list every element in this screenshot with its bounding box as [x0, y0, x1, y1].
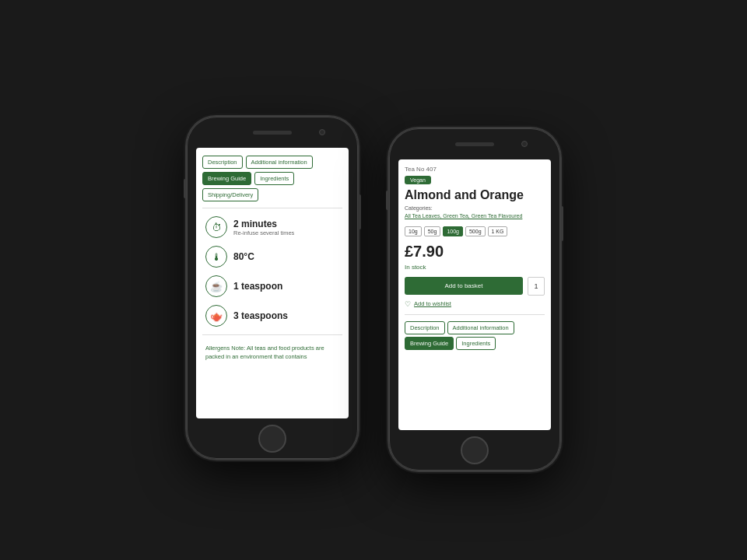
- size-100g[interactable]: 100g: [443, 226, 463, 236]
- in-stock-status: In stock: [405, 264, 545, 271]
- tea-number: Tea No 407: [405, 166, 545, 173]
- home-button-left[interactable]: [258, 425, 286, 453]
- home-button-right[interactable]: [461, 436, 489, 464]
- timer-icon: ⏱: [205, 216, 227, 238]
- tab-additional-left[interactable]: Additional information: [246, 156, 313, 169]
- brew-teaspoon1-value: 1 teaspoon: [233, 281, 282, 292]
- brew-item-teaspoon1: ☕ 1 teaspoon: [205, 275, 339, 297]
- tab-brewing-right[interactable]: Brewing Guide: [405, 337, 454, 350]
- divider2-left: [202, 334, 342, 335]
- teapot-icon: 🫖: [205, 305, 227, 327]
- brew-time-text: 2 minutes Re-infuse several times: [233, 219, 294, 236]
- camera-left: [319, 129, 325, 135]
- brew-teaspoon3-value: 3 teaspoons: [233, 310, 288, 321]
- speaker-left: [253, 131, 292, 135]
- phone-left: Description Additional information Brewi…: [187, 117, 358, 459]
- vegan-badge: Vegan: [405, 176, 431, 184]
- wishlist-row: ♡ Add to wishlist: [405, 300, 545, 308]
- phone-top-bar-left: [187, 117, 358, 148]
- wishlist-link[interactable]: Add to wishlist: [414, 300, 451, 307]
- size-1kg[interactable]: 1 KG: [488, 226, 508, 236]
- phone-top-bar-right: [389, 128, 560, 159]
- tab-description-right[interactable]: Description: [405, 321, 445, 334]
- heart-icon: ♡: [405, 300, 411, 308]
- categories-links[interactable]: All Tea Leaves, Green Tea, Green Tea Fla…: [405, 212, 545, 220]
- size-10g[interactable]: 10g: [405, 226, 422, 236]
- speaker-right: [455, 142, 494, 146]
- scene: Description Additional information Brewi…: [187, 89, 560, 471]
- screen-right: Tea No 407 Vegan Almond and Orange Categ…: [398, 159, 551, 430]
- tab-shipping-left[interactable]: Shipping/Delivery: [202, 188, 258, 201]
- product-title: Almond and Orange: [405, 187, 545, 202]
- thermometer-icon: 🌡: [205, 246, 227, 268]
- cup-icon: ☕: [205, 275, 227, 297]
- divider-right: [405, 314, 545, 315]
- phone-right: Tea No 407 Vegan Almond and Orange Categ…: [389, 128, 560, 471]
- size-500g[interactable]: 500g: [465, 226, 486, 236]
- tab-ingredients-right[interactable]: Ingredients: [456, 337, 496, 350]
- allergen-note: Allergens Note: All teas and food produc…: [202, 341, 342, 364]
- phone-bottom-right: [389, 430, 560, 471]
- phone-bottom-left: [187, 418, 358, 459]
- divider-left: [202, 208, 342, 208]
- tabs-row-left: Description Additional information Brewi…: [202, 156, 342, 201]
- categories-label: Categories:: [405, 205, 545, 211]
- quantity-box[interactable]: 1: [528, 277, 545, 296]
- brew-item-time: ⏱ 2 minutes Re-infuse several times: [205, 216, 339, 238]
- add-basket-button[interactable]: Add to basket: [405, 277, 523, 295]
- screen-left: Description Additional information Brewi…: [196, 148, 349, 418]
- basket-row: Add to basket 1: [405, 277, 545, 296]
- tab-additional-right[interactable]: Additional information: [447, 321, 514, 334]
- tab-ingredients-left[interactable]: Ingredients: [254, 172, 294, 185]
- brew-item-temp: 🌡 80°C: [205, 246, 339, 268]
- product-price: £7.90: [405, 243, 545, 261]
- brew-temp-value: 80°C: [233, 251, 254, 262]
- brew-item-teaspoon3: 🫖 3 teaspoons: [205, 305, 339, 327]
- brew-time-sub: Re-infuse several times: [233, 229, 294, 236]
- size-options: 10g 50g 100g 500g 1 KG: [405, 226, 545, 236]
- camera-right: [521, 141, 528, 147]
- tab-description-left[interactable]: Description: [202, 156, 243, 169]
- size-50g[interactable]: 50g: [424, 226, 441, 236]
- tabs-row-right: Description Additional information Brewi…: [405, 321, 545, 350]
- tab-brewing-left[interactable]: Brewing Guide: [202, 172, 251, 185]
- brew-time-value: 2 minutes: [233, 219, 294, 229]
